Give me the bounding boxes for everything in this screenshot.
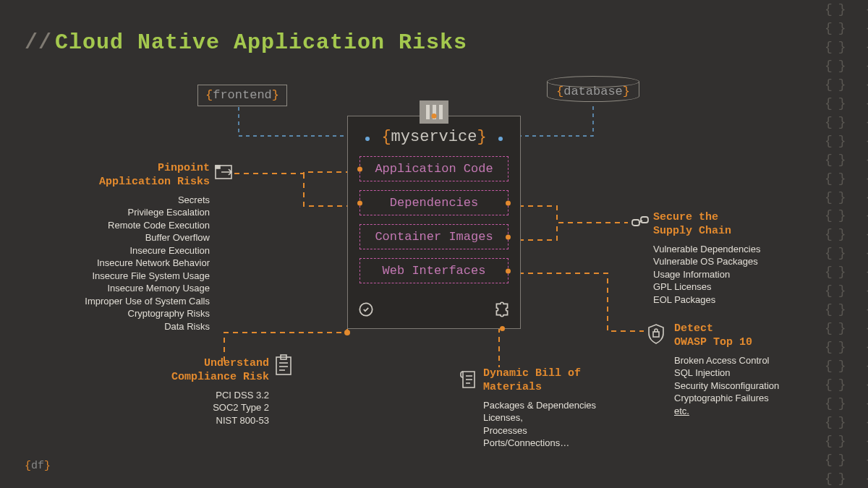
svg-rect-12: [632, 220, 639, 226]
list-item: etc.: [674, 405, 833, 418]
svg-rect-13: [641, 217, 648, 223]
list-item: Vulnerable OS Packages: [653, 255, 805, 268]
clipboard-icon: [275, 354, 292, 380]
list-item: Licenses,: [483, 411, 628, 424]
list-item: PCI DSS 3.2: [110, 389, 269, 402]
document-roll-icon: [460, 369, 479, 394]
title-slashes: //: [25, 30, 52, 55]
link-chain-icon: [631, 215, 650, 234]
dbom-list: Packages & DependenciesLicenses,Processe…: [483, 399, 628, 450]
puzzle-icon: [493, 300, 511, 322]
owasp-block: Detect OWASP Top 10 Broken Access Contro…: [674, 322, 833, 417]
terminal-arrow-icon: [215, 165, 235, 184]
connector-dot-icon: [365, 137, 370, 141]
list-item: Ports/Connections…: [483, 437, 628, 450]
owasp-list: Broken Access ControlSQL InjectionSecuri…: [674, 354, 833, 418]
dbom-heading: Dynamic Bill of Materials: [483, 367, 628, 395]
list-item: Insecure Execution: [43, 244, 210, 257]
connector-dot-icon: [500, 326, 505, 331]
pinpoint-heading: Pinpoint Application Risks: [43, 162, 210, 189]
title-text: Cloud Native Application Risks: [55, 30, 467, 55]
connector-dot-icon: [357, 166, 362, 171]
svg-rect-15: [653, 332, 659, 337]
list-item: SOC2 Type 2: [110, 401, 269, 414]
service-layer-web-interfaces: Web Interfaces: [359, 258, 509, 283]
dbom-block: Dynamic Bill of Materials Packages & Dep…: [483, 367, 628, 450]
connector-dot-icon: [498, 137, 503, 141]
compliance-heading: Understand Compliance Risk: [110, 357, 269, 385]
list-item: Privilege Escalation: [43, 206, 210, 219]
list-item: NIST 800-53: [110, 414, 269, 427]
list-item: Processes: [483, 424, 628, 437]
list-item: EOL Packages: [653, 294, 805, 307]
pinpoint-list: SecretsPrivilege EscalationRemote Code E…: [43, 194, 210, 333]
frontend-node: {frontend}: [197, 85, 287, 106]
list-item: Vulnerable Dependencies: [653, 243, 805, 256]
database-label: database: [563, 85, 623, 98]
list-item: Insecure Memory Usage: [43, 282, 210, 295]
decorative-brace-pattern: {} {} {}{} {} {}{} {} {}{} {} {}{} {} {}…: [825, 0, 868, 488]
connector-dot-icon: [506, 200, 511, 205]
supply-heading: Secure the Supply Chain: [653, 211, 805, 239]
list-item: Cryptography Risks: [43, 307, 210, 320]
service-handle-icon: [420, 100, 448, 124]
page-title: //Cloud Native Application Risks: [25, 30, 467, 55]
list-item: Packages & Dependencies: [483, 399, 628, 412]
list-item: GPL Licenses: [653, 281, 805, 294]
supply-list: Vulnerable DependenciesVulnerable OS Pac…: [653, 243, 805, 307]
svg-rect-3: [216, 166, 220, 168]
pinpoint-risks-block: Pinpoint Application Risks SecretsPrivil…: [43, 162, 210, 333]
frontend-label: frontend: [213, 88, 272, 102]
list-item: Broken Access Control: [674, 354, 833, 367]
diagram-stage: //Cloud Native Application Risks {fronte…: [0, 0, 868, 488]
compliance-list: PCI DSS 3.2SOC2 Type 2NIST 800-53: [110, 389, 269, 427]
list-item: Data Risks: [43, 320, 210, 333]
connector-dot-icon: [432, 114, 437, 119]
supply-chain-block: Secure the Supply Chain Vulnerable Depen…: [653, 211, 805, 306]
list-item: Improper Use of System Calls: [43, 295, 210, 308]
service-layer-app-code: Application Code: [359, 156, 509, 181]
list-item: Security Misconfiguration: [674, 380, 833, 393]
owasp-heading: Detect OWASP Top 10: [674, 322, 833, 350]
compliance-block: Understand Compliance Risk PCI DSS 3.2SO…: [110, 357, 269, 427]
brand-logo: {df}: [25, 460, 51, 472]
list-item: Cryptographic Failures: [674, 392, 833, 405]
service-card: {myservice} Application Code Dependencie…: [347, 116, 521, 329]
connector-dot-icon: [506, 268, 511, 273]
list-item: Buffer Overflow: [43, 231, 210, 244]
list-item: Usage Information: [653, 268, 805, 281]
svg-point-0: [344, 330, 350, 335]
shield-lock-icon: [647, 323, 665, 348]
list-item: Insecure File System Usage: [43, 270, 210, 283]
connector-dot-icon: [357, 200, 362, 205]
list-item: SQL Injection: [674, 367, 833, 380]
seal-check-icon: [357, 300, 375, 322]
service-layer-dependencies: Dependencies: [359, 190, 509, 215]
service-name: {myservice}: [348, 128, 520, 146]
list-item: Remote Code Execution: [43, 219, 210, 232]
database-node: {database}: [555, 82, 631, 98]
list-item: Insecure Network Behavior: [43, 257, 210, 270]
service-layer-container-images: Container Images: [359, 224, 509, 249]
list-item: Secrets: [43, 194, 210, 207]
connector-dot-icon: [506, 234, 511, 239]
